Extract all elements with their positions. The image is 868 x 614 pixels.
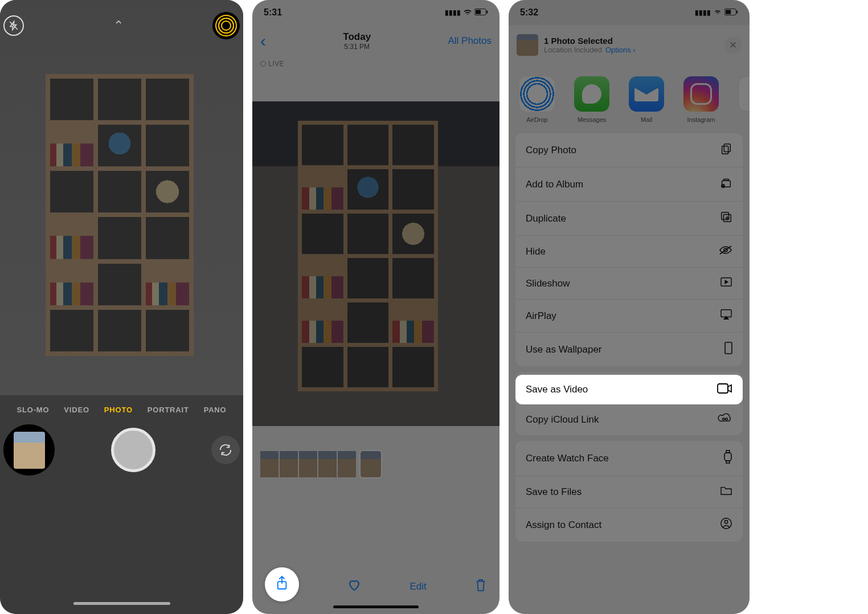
status-time: 5:31	[264, 7, 282, 18]
svg-point-21	[723, 418, 725, 420]
filmstrip-current[interactable]	[361, 451, 381, 477]
action-use-as-wallpaper[interactable]: Use as Wallpaper	[515, 333, 743, 366]
icloud-link-icon	[718, 413, 732, 426]
filmstrip-thumb[interactable]	[299, 451, 317, 477]
share-app-instagram[interactable]: Instagram	[681, 76, 722, 123]
thumbnail-image	[14, 432, 45, 469]
cellular-icon: ▮▮▮▮	[445, 9, 461, 17]
mode-video[interactable]: VIDEO	[64, 406, 89, 414]
share-icon	[276, 575, 288, 593]
more-icon	[738, 76, 750, 112]
battery-icon	[474, 9, 488, 17]
status-time: 5:32	[520, 7, 538, 18]
share-actions-list[interactable]: Copy Photo Add to Album Duplicate Hide S…	[509, 133, 750, 614]
action-airplay[interactable]: AirPlay	[515, 300, 743, 333]
share-sheet-header: 1 Photo Selected Location Included Optio…	[509, 25, 750, 63]
cellular-icon: ▮▮▮▮	[695, 9, 711, 17]
mail-icon	[629, 76, 664, 112]
files-icon	[720, 485, 732, 498]
svg-rect-28	[718, 384, 728, 393]
share-app-mail[interactable]: Mail	[626, 76, 667, 123]
slideshow-icon	[720, 277, 732, 290]
share-sheet-screen: 5:32 ▮▮▮▮ 1 Photo Selected Location Incl…	[509, 0, 750, 614]
filmstrip-thumb[interactable]	[338, 451, 356, 477]
photo-bookshelf	[298, 121, 438, 391]
share-app-messages[interactable]: Messages	[571, 76, 612, 123]
svg-rect-7	[736, 10, 738, 14]
all-photos-link[interactable]: All Photos	[448, 35, 492, 47]
chevron-up-icon[interactable]: ⌃	[108, 15, 129, 36]
action-copy-photo[interactable]: Copy Photo	[515, 133, 743, 167]
mode-photo[interactable]: PHOTO	[104, 406, 133, 414]
action-create-watch-face[interactable]: Create Watch Face	[515, 441, 743, 476]
action-hide[interactable]: Hide	[515, 236, 743, 268]
camera-viewfinder	[0, 0, 243, 395]
options-link[interactable]: Options ›	[605, 46, 636, 54]
nav-subtitle: 5:31 PM	[343, 43, 371, 51]
filmstrip-thumb[interactable]	[260, 451, 279, 477]
photo-view[interactable]	[252, 101, 499, 426]
shutter-button[interactable]	[111, 428, 155, 472]
svg-point-27	[724, 521, 728, 524]
svg-rect-2	[476, 10, 481, 14]
favorite-button[interactable]	[347, 578, 362, 596]
action-duplicate[interactable]: Duplicate	[515, 202, 743, 236]
mode-slomo[interactable]: SLO-MO	[17, 406, 50, 414]
wifi-icon	[463, 7, 472, 18]
action-slideshow[interactable]: Slideshow	[515, 268, 743, 300]
duplicate-icon	[720, 211, 732, 226]
last-photo-thumbnail[interactable]	[3, 424, 55, 476]
album-add-icon	[720, 177, 732, 192]
wifi-icon	[713, 9, 722, 17]
selected-photo-thumb	[517, 34, 538, 56]
svg-rect-14	[722, 212, 729, 220]
action-add-to-album[interactable]: Add to Album	[515, 167, 743, 202]
home-indicator[interactable]	[333, 605, 419, 608]
svg-rect-24	[726, 451, 730, 453]
camera-swap-button[interactable]	[211, 436, 240, 464]
subject-bookshelf	[46, 74, 194, 356]
svg-rect-8	[724, 144, 730, 152]
share-app-airdrop[interactable]: AirDrop	[517, 76, 558, 123]
live-photo-icon	[218, 18, 234, 34]
svg-rect-23	[724, 453, 731, 461]
share-button[interactable]	[265, 567, 299, 601]
close-button[interactable]: ✕	[724, 36, 742, 54]
delete-button[interactable]	[474, 578, 487, 596]
instagram-icon	[683, 76, 719, 112]
svg-rect-3	[486, 10, 488, 14]
edit-button[interactable]: Edit	[410, 581, 426, 592]
mode-portrait[interactable]: PORTRAIT	[148, 406, 189, 414]
action-copy-icloud-link[interactable]: Copy iCloud Link	[515, 404, 743, 435]
watch-icon	[723, 450, 732, 466]
action-save-to-files[interactable]: Save to Files	[515, 476, 743, 508]
airplay-icon	[720, 309, 732, 323]
camera-screen: ⌃ SLO-MO VIDEO PHOTO PORTRAIT PANO	[0, 0, 243, 614]
filmstrip-thumb[interactable]	[318, 451, 337, 477]
photo-filmstrip[interactable]	[252, 451, 499, 477]
flash-off-icon[interactable]	[3, 15, 24, 36]
photos-detail-screen: 5:31 ▮▮▮▮ ‹ Today 5:31 PM All Photos LIV…	[252, 0, 499, 614]
nav-bar: ‹ Today 5:31 PM All Photos	[252, 25, 499, 57]
copy-icon	[720, 142, 732, 158]
status-bar: 5:31 ▮▮▮▮	[252, 0, 499, 25]
wallpaper-icon	[724, 342, 732, 357]
svg-point-22	[726, 418, 728, 420]
svg-rect-19	[725, 342, 732, 354]
svg-rect-9	[722, 146, 728, 154]
back-button[interactable]: ‹	[260, 31, 266, 51]
svg-rect-11	[723, 179, 728, 181]
live-badge: LIVE	[260, 60, 284, 68]
action-assign-to-contact[interactable]: Assign to Contact	[515, 508, 743, 542]
filmstrip-thumb[interactable]	[280, 451, 298, 477]
share-subtitle: Location Included	[544, 46, 602, 54]
action-save-as-video[interactable]: Save as Video	[515, 375, 743, 404]
share-title: 1 Photo Selected	[544, 36, 719, 46]
home-indicator[interactable]	[73, 602, 170, 605]
share-app-more[interactable]: Me	[735, 76, 750, 123]
share-app-row[interactable]: AirDrop Messages Mail Instagram Me	[509, 63, 750, 133]
live-photo-toggle[interactable]	[212, 12, 240, 39]
camera-mode-selector[interactable]: SLO-MO VIDEO PHOTO PORTRAIT PANO	[0, 406, 243, 414]
svg-line-16	[720, 246, 731, 254]
mode-pano[interactable]: PANO	[204, 406, 227, 414]
